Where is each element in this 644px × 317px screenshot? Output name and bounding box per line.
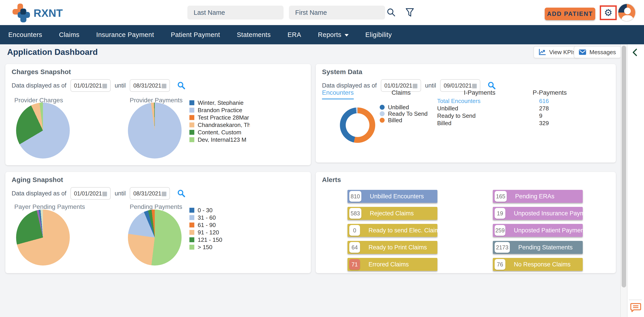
legend-swatch (190, 208, 194, 213)
alert-item-unposted-patient-payments[interactable]: 259Unposted Patient Payments (493, 224, 583, 237)
apply-date-search-icon[interactable] (177, 81, 186, 90)
alert-count-badge: 71 (349, 259, 360, 270)
alert-item-ready-to-print-claims[interactable]: 64Ready to Print Claims (348, 241, 438, 254)
legend-label: 0 - 30 (198, 208, 213, 213)
filter-icon[interactable] (405, 8, 415, 18)
nav-item-statements[interactable]: Statements (237, 31, 271, 39)
until-label: until (425, 82, 436, 89)
alert-item-unposted-insurance-payments[interactable]: 19Unposted Insurance Payments (493, 207, 583, 220)
alert-item-ready-to-send-elec-claims[interactable]: 0Ready to send Elec. Claims (348, 224, 438, 237)
stat-label: Unbilled (437, 105, 539, 112)
alert-count-badge: 583 (349, 208, 361, 219)
date-range-label: Data displayed as of (322, 82, 377, 89)
legend-item: Winter, Stephanie (190, 100, 250, 105)
date-from-input[interactable]: 01/01/2021 ▦ (70, 79, 111, 92)
date-to-value: 09/01/2021 (444, 82, 472, 89)
last-name-input[interactable] (188, 6, 284, 20)
collapse-panel-chevron-left-icon[interactable] (632, 48, 638, 57)
alert-label: Pending ERAs (515, 193, 554, 200)
legend-label: Dev, Internal123 M (198, 137, 246, 142)
system-tab-i-payments[interactable]: I-Payments (464, 89, 496, 99)
legend-label: Winter, Stephanie (198, 100, 244, 105)
legend-swatch (380, 111, 384, 116)
until-label: until (115, 82, 126, 89)
apply-date-search-icon[interactable] (177, 189, 186, 198)
apply-date-search-icon[interactable] (488, 81, 496, 90)
date-range-label: Data displayed as of (12, 82, 66, 89)
settings-gear-button[interactable]: ⚙ (600, 5, 617, 20)
legend-item: Ready To Send (380, 111, 428, 116)
calendar-icon[interactable]: ▦ (102, 83, 108, 88)
legend-swatch (380, 105, 384, 110)
legend-item: 121 - 150 (190, 237, 222, 242)
legend-item: Billed (380, 118, 428, 123)
system-tab-p-payments[interactable]: P-Payments (533, 89, 567, 99)
calendar-icon[interactable]: ▦ (102, 190, 108, 196)
legend-label: Brandon Practice (198, 108, 242, 113)
system-data-title: System Data (322, 68, 362, 76)
legend-swatch (190, 115, 194, 120)
nav-item-insurance-payment[interactable]: Insurance Payment (96, 31, 154, 39)
payer-pending-pie-chart (16, 210, 70, 265)
system-tab-encounters[interactable]: Encounters (322, 89, 354, 99)
alert-count-badge: 259 (495, 225, 505, 236)
user-avatar[interactable] (618, 3, 636, 22)
alert-label: Rejected Claims (370, 210, 414, 217)
view-kpis-button[interactable]: View KPIs (534, 46, 580, 58)
nav-item-era[interactable]: ERA (288, 31, 301, 39)
legend-item: Content, Custom (190, 130, 250, 135)
charges-date-row: Data displayed as of 01/01/2021 ▦ until … (12, 79, 186, 92)
nav-item-encounters[interactable]: Encounters (8, 31, 42, 39)
date-from-input[interactable]: 01/01/2021 ▦ (70, 187, 111, 200)
date-from-value: 01/01/2021 (74, 82, 102, 89)
legend-swatch (190, 215, 194, 220)
first-name-input[interactable] (289, 6, 385, 20)
until-label: until (115, 190, 126, 197)
provider-payments-pie-chart (128, 103, 182, 159)
date-to-input[interactable]: 08/31/2021 ▦ (130, 79, 170, 92)
top-header-bar: RXNT ADD PATIENT ⚙ (0, 0, 644, 25)
nav-item-reports[interactable]: Reports (318, 31, 348, 39)
stat-row[interactable]: Total Encounters616 (437, 98, 562, 104)
main-navigation: EncountersClaimsInsurance PaymentPatient… (0, 25, 644, 44)
legend-label: 91 - 120 (198, 230, 219, 235)
provider-legend: Winter, StephanieBrandon PracticeTest Pr… (190, 100, 250, 142)
legend-item: Test Practice 28Mar (190, 115, 250, 120)
add-patient-button[interactable]: ADD PATIENT (545, 8, 595, 20)
legend-item: Chandrasekaron, Thang (190, 122, 250, 127)
kpi-chart-icon (538, 49, 546, 56)
alert-item-errored-claims[interactable]: 71Errored Claims (348, 258, 438, 271)
alert-item-unbilled-encounters[interactable]: 810Unbilled Encounters (348, 190, 438, 203)
legend-label: Test Practice 28Mar (198, 115, 249, 120)
aging-snapshot-panel: Aging Snapshot Data displayed as of 01/0… (5, 172, 311, 273)
calendar-icon[interactable]: ▦ (412, 83, 418, 88)
messages-button[interactable]: Messages (574, 46, 621, 58)
alert-item-pending-statements[interactable]: 2173Pending Statements (493, 241, 583, 254)
alert-count-badge: 19 (495, 208, 505, 219)
calendar-icon[interactable]: ▦ (161, 83, 167, 88)
alert-item-rejected-claims[interactable]: 583Rejected Claims (348, 207, 438, 220)
vertical-scrollbar-thumb[interactable] (622, 46, 626, 287)
alert-label: Errored Claims (368, 261, 409, 268)
nav-item-patient-payment[interactable]: Patient Payment (171, 31, 220, 39)
alerts-right-column: 165Pending ERAs19Unposted Insurance Paym… (493, 190, 583, 271)
legend-label: > 150 (198, 245, 212, 250)
alert-item-pending-eras[interactable]: 165Pending ERAs (493, 190, 583, 203)
alerts-panel: Alerts 810Unbilled Encounters583Rejected… (316, 172, 616, 273)
chat-bubble-icon[interactable] (630, 303, 641, 314)
nav-item-eligibility[interactable]: Eligibility (366, 31, 392, 39)
date-to-input[interactable]: 08/31/2021 ▦ (130, 187, 170, 200)
legend-item: 0 - 30 (190, 208, 222, 213)
encounters-legend: UnbilledReady To SendBilled (380, 105, 428, 123)
alert-count-badge: 810 (349, 191, 361, 202)
alert-count-badge: 165 (495, 191, 507, 202)
legend-swatch (190, 137, 194, 142)
legend-item: Dev, Internal123 M (190, 137, 250, 142)
system-tab-claims[interactable]: Claims (392, 89, 411, 99)
calendar-icon[interactable]: ▦ (161, 190, 167, 196)
nav-item-claims[interactable]: Claims (59, 31, 80, 39)
alert-item-no-response-claims[interactable]: 76No Response Claims (493, 258, 583, 271)
aging-date-row: Data displayed as of 01/01/2021 ▦ until … (12, 187, 186, 200)
search-icon[interactable] (386, 8, 396, 18)
calendar-icon[interactable]: ▦ (472, 83, 477, 88)
